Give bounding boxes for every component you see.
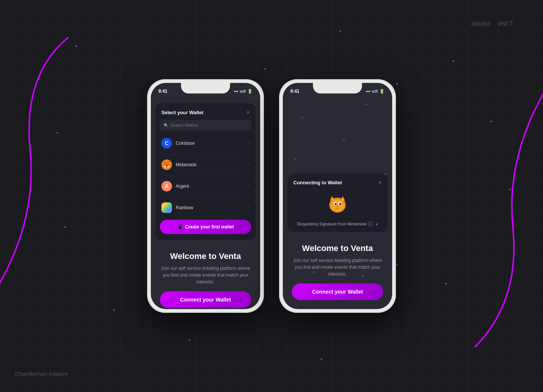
- notch-right: [313, 83, 362, 93]
- nft-hashtag: #NFT: [498, 21, 513, 28]
- wallet-search-bar[interactable]: 🔍: [160, 120, 251, 130]
- connecting-title: Connecting to Wallet: [293, 180, 342, 185]
- welcome-title-left: Welcome to Venta: [160, 251, 251, 261]
- svg-point-12: [340, 206, 343, 208]
- metamask-icon: 🦊: [161, 159, 172, 170]
- battery-icon-right: 🔋: [379, 89, 385, 94]
- connecting-close[interactable]: ×: [379, 179, 382, 185]
- argent-chevron: ›: [248, 184, 250, 189]
- rainbow-icon: [161, 202, 172, 213]
- phone-right-inner: 9:41 ▪▪▪ wifi 🔋 Conne: [283, 83, 392, 309]
- rainbow-chevron: ›: [248, 205, 250, 210]
- phone-right-content: Connecting to Wallet ×: [283, 100, 392, 309]
- battery-icon: 🔋: [247, 89, 253, 94]
- notch-left: [181, 83, 230, 93]
- signal-icon-right: ▪▪▪: [366, 89, 370, 93]
- wallet-icon-btn: 📱: [177, 224, 183, 230]
- svg-point-10: [336, 206, 339, 207]
- coinbase-icon: C: [161, 138, 172, 149]
- argent-label: Argent: [176, 184, 248, 189]
- info-icon: i: [368, 222, 373, 226]
- svg-point-9: [339, 203, 341, 205]
- time-left: 9:41: [158, 89, 167, 94]
- hashtag-labels: #Web3 #NFT: [471, 21, 513, 28]
- argent-icon: A: [161, 181, 172, 191]
- coinbase-chevron: ›: [248, 141, 250, 146]
- phone-left-content: Select your Wallet × 🔍 C Coinbase: [151, 100, 260, 309]
- time-right: 9:41: [290, 89, 299, 94]
- wallet-modal-header: Select your Wallet ×: [155, 109, 256, 120]
- wallet-item-rainbow[interactable]: Rainbow ›: [155, 199, 256, 217]
- wallet-item-metamask[interactable]: 🦊 Metamask ›: [155, 156, 256, 174]
- requesting-text: Requesting Signature from Metamask i ●: [293, 222, 382, 226]
- metamask-chevron: ›: [248, 162, 250, 167]
- metamask-fox-image: [326, 193, 349, 216]
- wallet-item-argent[interactable]: A Argent ›: [155, 177, 256, 195]
- signal-icon: ▪▪▪: [234, 89, 238, 93]
- svg-point-8: [335, 203, 337, 205]
- status-icons-right: ▪▪▪ wifi 🔋: [366, 89, 385, 94]
- welcome-desc-left: Join our self service ticketing platform…: [160, 265, 251, 285]
- create-wallet-button[interactable]: 📱 Create your first wallet: [160, 220, 251, 234]
- wallet-selector-modal: Select your Wallet × 🔍 C Coinbase: [155, 103, 256, 240]
- rainbow-label: Rainbow: [176, 205, 248, 210]
- svg-point-11: [332, 206, 335, 208]
- wallet-search-input[interactable]: [170, 123, 247, 127]
- metamask-label: Metamask: [176, 162, 248, 167]
- create-wallet-label: Create your first wallet: [185, 224, 234, 230]
- connect-wallet-button-right[interactable]: Connect your Wallet: [292, 283, 383, 300]
- wallet-modal-title: Select your Wallet: [161, 110, 204, 115]
- status-bar-right: 9:41 ▪▪▪ wifi 🔋: [283, 83, 392, 100]
- welcome-title-right: Welcome to Venta: [292, 243, 383, 253]
- phone-left-inner: 9:41 ▪▪▪ wifi 🔋: [151, 83, 260, 309]
- wallet-item-coinbase[interactable]: C Coinbase ›: [155, 134, 256, 152]
- search-icon: 🔍: [164, 123, 168, 127]
- coinbase-label: Coinbase: [176, 141, 248, 146]
- svg-point-5: [331, 199, 344, 211]
- phones-container: 9:41 ▪▪▪ wifi 🔋: [147, 79, 396, 313]
- author-credit: Chamberlain Adaeze: [15, 371, 67, 377]
- welcome-section-right: Welcome to Venta Join our self service t…: [283, 236, 392, 309]
- wallet-modal-close[interactable]: ×: [247, 109, 250, 115]
- status-icons-left: ▪▪▪ wifi 🔋: [234, 89, 253, 94]
- connect-wallet-button-left[interactable]: Connect your Wallet: [160, 291, 251, 308]
- wifi-icon: wifi: [240, 89, 246, 93]
- web3-hashtag: #Web3: [471, 21, 490, 28]
- connecting-header: Connecting to Wallet ×: [293, 179, 382, 185]
- welcome-section-left: Welcome to Venta Join our self service t…: [151, 244, 260, 309]
- wifi-icon-right: wifi: [372, 89, 378, 93]
- phone-right: 9:41 ▪▪▪ wifi 🔋 Conne: [279, 79, 396, 313]
- welcome-desc-right: Join our self service ticketing platform…: [292, 257, 383, 277]
- phone-left: 9:41 ▪▪▪ wifi 🔋: [147, 79, 264, 313]
- connecting-modal: Connecting to Wallet ×: [287, 173, 388, 232]
- status-bar-left: 9:41 ▪▪▪ wifi 🔋: [151, 83, 260, 100]
